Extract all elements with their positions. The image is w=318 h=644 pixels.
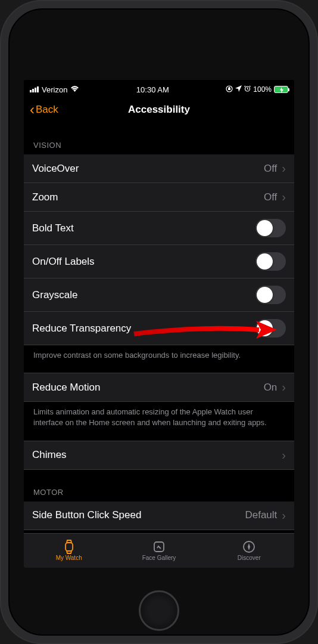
row-label: Bold Text [32, 222, 74, 234]
row-onoff-labels: On/Off Labels [24, 245, 294, 278]
row-label: Zoom [32, 191, 58, 203]
wifi-icon [70, 85, 79, 94]
phone-frame: Verizon 10:30 AM 100% [0, 0, 318, 644]
back-button[interactable]: ‹ Back [30, 103, 58, 117]
home-button[interactable] [139, 590, 179, 631]
carrier-label: Verizon [42, 85, 67, 94]
status-bar: Verizon 10:30 AM 100% [24, 82, 294, 97]
phone-inner: Verizon 10:30 AM 100% [8, 8, 310, 636]
row-chimes[interactable]: Chimes › [24, 441, 294, 470]
row-value: Off [264, 163, 277, 175]
row-label: On/Off Labels [32, 256, 95, 268]
chevron-right-icon: › [282, 380, 286, 394]
status-right: 100% [226, 85, 288, 94]
toggle-onoff-labels[interactable] [255, 252, 286, 271]
chevron-left-icon: ‹ [30, 103, 35, 117]
toggle-bold-text[interactable] [255, 219, 286, 237]
status-time: 10:30 AM [136, 85, 169, 94]
status-left: Verizon [30, 85, 79, 94]
row-reduce-transparency: Reduce Transparency [24, 312, 294, 345]
watch-icon [61, 540, 77, 553]
row-voiceover[interactable]: VoiceOver Off › [24, 154, 294, 183]
chevron-right-icon: › [282, 448, 286, 462]
page-title: Accessibility [24, 104, 294, 116]
screen: Verizon 10:30 AM 100% [24, 80, 294, 568]
row-label: Side Button Click Speed [32, 509, 141, 521]
svg-rect-2 [66, 543, 73, 551]
row-label: Reduce Transparency [32, 323, 131, 335]
tab-label: Face Gallery [142, 555, 176, 561]
tab-label: Discover [238, 555, 261, 561]
row-label: Reduce Motion [32, 382, 100, 394]
toggle-reduce-transparency[interactable] [255, 319, 286, 338]
toggle-grayscale[interactable] [255, 286, 286, 304]
section-header-vision: VISION [24, 123, 294, 154]
face-gallery-icon [151, 540, 167, 553]
row-zoom[interactable]: Zoom Off › [24, 183, 294, 212]
chevron-right-icon: › [282, 162, 286, 175]
content-scroll[interactable]: VISION VoiceOver Off › Zoom Off › [24, 123, 294, 533]
tab-label: My Watch [56, 555, 82, 561]
section-header-motor: MOTOR [24, 470, 294, 501]
chevron-right-icon: › [282, 509, 286, 522]
tab-bar: My Watch Face Gallery Discover [24, 533, 294, 568]
battery-icon [274, 86, 288, 93]
compass-icon [241, 540, 257, 553]
row-value: Off [264, 191, 277, 203]
chevron-right-icon: › [282, 190, 286, 204]
back-label: Back [36, 104, 58, 116]
row-value: Default [245, 509, 277, 521]
tab-face-gallery[interactable]: Face Gallery [114, 534, 204, 568]
footer-transparency: Improve contrast on some backgrounds to … [24, 345, 294, 373]
signal-icon [30, 86, 39, 92]
row-side-button-speed[interactable]: Side Button Click Speed Default › [24, 501, 294, 530]
orientation-lock-icon [226, 85, 233, 94]
row-grayscale: Grayscale [24, 278, 294, 312]
footer-motion: Limits animation and automatic resizing … [24, 402, 294, 440]
row-label: Chimes [32, 449, 67, 461]
location-icon [235, 85, 242, 94]
row-reduce-motion[interactable]: Reduce Motion On › [24, 373, 294, 402]
tab-discover[interactable]: Discover [204, 534, 294, 568]
alarm-icon [244, 85, 251, 94]
row-label: VoiceOver [32, 163, 79, 175]
nav-bar: ‹ Back Accessibility [24, 97, 294, 123]
tab-my-watch[interactable]: My Watch [24, 534, 114, 568]
row-label: Grayscale [32, 289, 78, 301]
row-bold-text: Bold Text [24, 212, 294, 245]
row-value: On [264, 382, 278, 394]
battery-percent: 100% [253, 85, 272, 94]
